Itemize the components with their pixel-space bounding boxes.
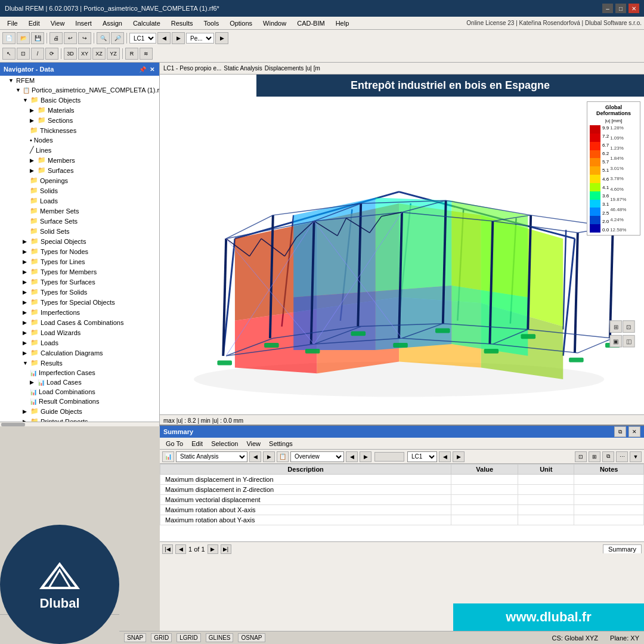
view-3d-btn[interactable]: 3D: [64, 48, 77, 60]
tree-load-cases-result[interactable]: ▶ 📊 Load Cases: [0, 377, 159, 387]
select-btn[interactable]: ⊡: [17, 48, 30, 60]
summary-analysis-combo[interactable]: Static Analysis: [176, 451, 247, 462]
tree-sections[interactable]: ▶ 📁 Sections: [0, 115, 159, 125]
tree-load-combinations[interactable]: 📊 Load Combinations: [0, 387, 159, 397]
tree-types-nodes[interactable]: ▶ 📁 Types for Nodes: [0, 246, 159, 256]
summary-view[interactable]: View: [243, 439, 264, 448]
lc-combo[interactable]: LC1: [407, 451, 437, 462]
redo-btn[interactable]: ↪: [78, 32, 91, 44]
analysis-prev-btn[interactable]: ◀: [249, 451, 261, 462]
grid-btn[interactable]: GRID: [151, 633, 172, 642]
summary-tool3[interactable]: ⧉: [602, 451, 614, 462]
tree-surfacesets[interactable]: 📁 Surface Sets: [0, 216, 159, 226]
open-btn[interactable]: 📂: [17, 32, 30, 44]
tree-materials[interactable]: ▶ 📁 Materials: [0, 105, 159, 115]
menu-help[interactable]: Help: [331, 18, 354, 28]
deform-btn[interactable]: ≋: [140, 48, 153, 60]
tree-imperfection-cases[interactable]: 📊 Imperfection Cases: [0, 368, 159, 377]
summary-tool2[interactable]: ⊞: [589, 451, 600, 462]
new-btn[interactable]: 📄: [2, 32, 16, 44]
page-next-btn[interactable]: ▶: [208, 544, 218, 554]
results-btn[interactable]: R: [125, 48, 138, 60]
summary-float-btn[interactable]: ⧉: [614, 426, 626, 437]
page-prev-btn[interactable]: ◀: [175, 544, 186, 554]
tree-loads-bo[interactable]: 📁 Loads: [0, 196, 159, 206]
run-btn[interactable]: ▶: [215, 32, 228, 44]
menu-calculate[interactable]: Calculate: [128, 18, 165, 28]
cursor-btn[interactable]: ↖: [2, 48, 16, 60]
tree-members[interactable]: ▶ 📁 Members: [0, 155, 159, 165]
tree-printout-reports[interactable]: ▶ 📁 Printout Reports: [0, 416, 159, 422]
menu-insert[interactable]: Insert: [70, 18, 97, 28]
tree-basic-objects[interactable]: ▼ 📁 Basic Objects: [0, 95, 159, 105]
lc-next[interactable]: ▶: [172, 32, 185, 44]
close-button[interactable]: ✕: [628, 4, 639, 13]
lc-selector[interactable]: LC1: [129, 33, 156, 44]
menu-cadbim[interactable]: CAD-BIM: [292, 18, 329, 28]
menu-edit[interactable]: Edit: [24, 18, 45, 28]
tree-special-objects[interactable]: ▶ 📁 Special Objects: [0, 236, 159, 246]
nav-pin-btn[interactable]: 📌: [138, 66, 147, 73]
tree-types-members[interactable]: ▶ 📁 Types for Members: [0, 267, 159, 277]
summary-options[interactable]: ⋯: [616, 451, 628, 462]
summary-close-btn[interactable]: ✕: [628, 426, 640, 437]
tree-load-wizards[interactable]: ▶ 📁 Load Wizards: [0, 327, 159, 338]
tree-load-cases-comb[interactable]: ▶ 📁 Load Cases & Combinations: [0, 317, 159, 327]
tree-surfaces[interactable]: ▶ 📁 Surfaces: [0, 165, 159, 175]
tree-loads[interactable]: ▶ 📁 Loads: [0, 338, 159, 348]
tree-solidsets[interactable]: 📁 Solid Sets: [0, 226, 159, 236]
tree-root-rfem[interactable]: ▼ RFEM: [0, 76, 159, 85]
view-selector[interactable]: Pe...: [186, 33, 214, 44]
minimize-button[interactable]: –: [602, 4, 613, 13]
tree-nodes[interactable]: • Nodes: [0, 135, 159, 145]
viewport-3d[interactable]: Entrepôt industriel en bois en Espagne: [160, 75, 644, 414]
menu-results[interactable]: Results: [166, 18, 198, 28]
line-btn[interactable]: /: [31, 48, 44, 60]
view-next-btn[interactable]: ▶: [360, 451, 371, 462]
nav-scrollbar[interactable]: [0, 422, 159, 426]
menu-view[interactable]: View: [46, 18, 70, 28]
summary-edit[interactable]: Edit: [188, 439, 206, 448]
menu-file[interactable]: File: [2, 18, 23, 28]
print-btn[interactable]: 🖨: [49, 32, 63, 44]
lgrid-btn[interactable]: LGRID: [177, 633, 201, 642]
tree-types-lines[interactable]: ▶ 📁 Types for Lines: [0, 256, 159, 267]
undo-btn[interactable]: ↩: [64, 32, 77, 44]
menu-tools[interactable]: Tools: [199, 18, 224, 28]
summary-selection[interactable]: Selection: [208, 439, 242, 448]
tree-membersets[interactable]: 📁 Member Sets: [0, 206, 159, 216]
zoom-out-btn[interactable]: 🔎: [111, 32, 124, 44]
page-first-btn[interactable]: |◀: [162, 544, 173, 554]
glines-btn[interactable]: GLINES: [206, 633, 234, 642]
lc-prev[interactable]: ◀: [157, 32, 171, 44]
view-xz-btn[interactable]: XZ: [92, 48, 106, 60]
summary-tool1[interactable]: ⊡: [575, 451, 587, 462]
save-btn[interactable]: 💾: [31, 32, 44, 44]
osnap-btn[interactable]: OSNAP: [238, 633, 265, 642]
tree-results[interactable]: ▼ 📁 Results: [0, 358, 159, 368]
view-xy-btn[interactable]: XY: [78, 48, 91, 60]
menu-assign[interactable]: Assign: [98, 18, 127, 28]
summary-settings[interactable]: Settings: [265, 439, 296, 448]
analysis-next-btn[interactable]: ▶: [263, 451, 275, 462]
tree-types-surfaces[interactable]: ▶ 📁 Types for Surfaces: [0, 277, 159, 287]
snap-btn[interactable]: SNAP: [124, 633, 146, 642]
lc-combo-next[interactable]: ▶: [453, 451, 465, 462]
view-yz-btn[interactable]: YZ: [107, 48, 120, 60]
tree-imperfections[interactable]: ▶ 📁 Imperfections: [0, 307, 159, 317]
tree-guide-objects[interactable]: ▶ 📁 Guide Objects: [0, 406, 159, 416]
active-tab[interactable]: Summary: [603, 544, 642, 553]
tree-types-solids[interactable]: ▶ 📁 Types for Solids: [0, 287, 159, 297]
rotate-btn[interactable]: ⟳: [45, 48, 58, 60]
maximize-button[interactable]: □: [615, 4, 626, 13]
summary-view-combo[interactable]: Overview: [290, 451, 344, 462]
menu-options[interactable]: Options: [225, 18, 257, 28]
tree-result-combinations[interactable]: 📊 Result Combinations: [0, 397, 159, 406]
nav-close-btn[interactable]: ✕: [148, 66, 156, 73]
summary-goto[interactable]: Go To: [162, 439, 187, 448]
zoom-in-btn[interactable]: 🔍: [97, 32, 110, 44]
page-last-btn[interactable]: ▶|: [221, 544, 231, 554]
tree-file[interactable]: ▼ 📋 Portico_asimetrico_NAVE_COMPLETA (1)…: [0, 85, 159, 95]
view-prev-btn[interactable]: ◀: [346, 451, 358, 462]
tree-lines[interactable]: ╱ Lines: [0, 145, 159, 155]
